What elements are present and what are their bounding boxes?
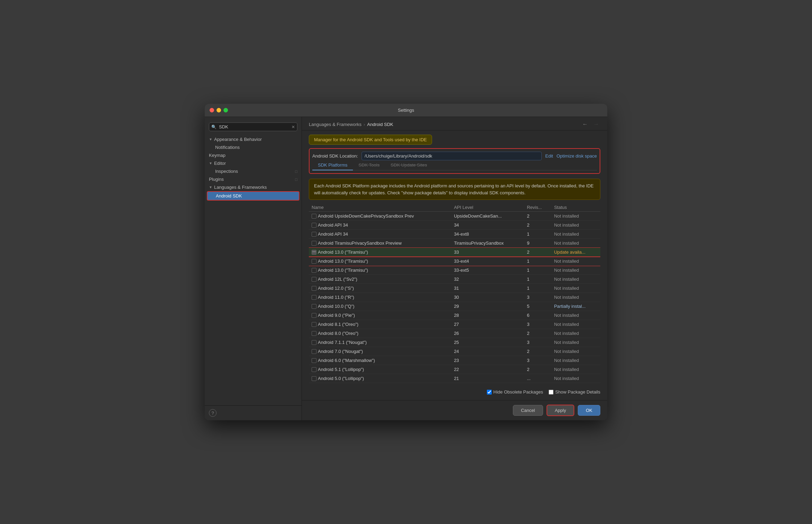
row-checkbox[interactable] bbox=[312, 259, 316, 264]
hide-obsolete-label: Hide Obsolete Packages bbox=[493, 389, 543, 395]
sidebar-item-plugins[interactable]: Plugins □ bbox=[205, 175, 302, 183]
row-revision: 3 bbox=[524, 356, 551, 365]
sdk-optimize-link[interactable]: Optimize disk space bbox=[557, 153, 597, 159]
row-checkbox[interactable] bbox=[312, 331, 316, 336]
row-checkbox[interactable] bbox=[312, 241, 316, 246]
sidebar-group-editor[interactable]: ▼ Editor bbox=[205, 159, 302, 167]
row-checkbox[interactable] bbox=[312, 367, 316, 372]
forward-button: → bbox=[592, 121, 600, 127]
close-button[interactable] bbox=[210, 108, 214, 112]
tab-sdk-tools[interactable]: SDK Tools bbox=[353, 160, 385, 170]
row-checkbox[interactable] bbox=[312, 277, 316, 282]
row-revision: 2 bbox=[524, 365, 551, 374]
row-revision: ... bbox=[524, 374, 551, 383]
main-body: Manager for the Android SDK and Tools us… bbox=[302, 130, 607, 400]
row-checkbox[interactable] bbox=[312, 304, 316, 309]
search-input[interactable] bbox=[209, 122, 297, 131]
row-name-text: Android 8.0 ("Oreo") bbox=[318, 331, 358, 336]
row-api-level: 32 bbox=[451, 275, 524, 284]
row-name-text: Android 7.1.1 ("Nougat") bbox=[318, 340, 367, 345]
row-api-level: 25 bbox=[451, 338, 524, 347]
sidebar-item-notifications[interactable]: Notifications bbox=[205, 143, 302, 151]
apply-button[interactable]: Apply bbox=[547, 405, 575, 416]
sidebar-group-frameworks[interactable]: ▼ Languages & Frameworks bbox=[205, 183, 302, 191]
row-checkbox[interactable] bbox=[312, 223, 316, 228]
sdk-location-label: Android SDK Location: bbox=[312, 153, 358, 159]
search-box: 🔍 ✕ bbox=[209, 122, 297, 131]
table-row: Android API 3434-ext81Not installed bbox=[309, 230, 600, 239]
help-button[interactable]: ? bbox=[209, 409, 217, 417]
hide-obsolete-checkbox[interactable]: Hide Obsolete Packages bbox=[487, 389, 543, 395]
tab-sdk-platforms[interactable]: SDK Platforms bbox=[312, 160, 353, 170]
main-panel: Languages & Frameworks › Android SDK ← →… bbox=[302, 117, 607, 420]
sidebar-bottom: ? bbox=[205, 405, 302, 420]
row-name-text: Android 8.1 ("Oreo") bbox=[318, 322, 358, 327]
row-api-level: 28 bbox=[451, 311, 524, 320]
row-checkbox[interactable] bbox=[312, 214, 316, 219]
table-row: Android 11.0 ("R")303Not installed bbox=[309, 293, 600, 302]
maximize-button[interactable] bbox=[223, 108, 228, 112]
show-details-checkbox[interactable]: Show Package Details bbox=[549, 389, 600, 395]
sidebar-item-keymap[interactable]: Keymap bbox=[205, 151, 302, 159]
breadcrumb-separator: › bbox=[364, 122, 365, 127]
sdk-location-input[interactable] bbox=[362, 152, 542, 160]
table-row: Android 7.0 ("Nougat")242Not installed bbox=[309, 347, 600, 356]
main-header: Languages & Frameworks › Android SDK ← → bbox=[302, 117, 607, 130]
show-details-input[interactable] bbox=[549, 390, 553, 395]
row-name-text: Android 12L ("Sv2") bbox=[318, 277, 357, 282]
row-status: Not installed bbox=[551, 266, 600, 275]
sidebar-item-inspections[interactable]: Inspections □ bbox=[205, 167, 302, 175]
window-title: Settings bbox=[398, 108, 414, 113]
row-api-level: 33-ext5 bbox=[451, 266, 524, 275]
row-api-level: 26 bbox=[451, 329, 524, 338]
show-details-label: Show Package Details bbox=[555, 389, 600, 395]
row-name-text: Android 10.0 ("Q") bbox=[318, 304, 354, 309]
row-checkbox[interactable] bbox=[312, 313, 316, 318]
row-checkbox[interactable] bbox=[312, 268, 316, 273]
row-checkbox[interactable] bbox=[312, 376, 316, 381]
row-checkbox[interactable] bbox=[312, 340, 316, 345]
row-name-text: Android 5.0 ("Lollipop") bbox=[318, 376, 364, 381]
table-row: Android 7.1.1 ("Nougat")253Not installed bbox=[309, 338, 600, 347]
search-clear-icon[interactable]: ✕ bbox=[291, 125, 295, 129]
hide-obsolete-input[interactable] bbox=[487, 390, 492, 395]
row-checkbox[interactable] bbox=[312, 286, 316, 291]
minimize-button[interactable] bbox=[217, 108, 221, 112]
ok-button[interactable]: OK bbox=[578, 405, 600, 416]
sdk-edit-link[interactable]: Edit bbox=[545, 153, 553, 159]
row-status: Not installed bbox=[551, 311, 600, 320]
row-api-level: 33-ext4 bbox=[451, 257, 524, 266]
table-row: Android 10.0 ("Q")295Partially instal... bbox=[309, 302, 600, 311]
row-name-text: Android API 34 bbox=[318, 231, 348, 237]
row-checkbox[interactable] bbox=[312, 358, 316, 363]
row-status: Not installed bbox=[551, 230, 600, 239]
cancel-button[interactable]: Cancel bbox=[513, 405, 543, 416]
row-checkbox[interactable] bbox=[312, 322, 316, 327]
row-checkbox[interactable] bbox=[312, 349, 316, 354]
row-name-text: Android 5.1 ("Lollipop") bbox=[318, 367, 364, 372]
row-checkbox[interactable] bbox=[312, 295, 316, 300]
row-api-level: UpsideDownCakeSan... bbox=[451, 212, 524, 221]
chevron-down-icon-editor: ▼ bbox=[209, 161, 212, 165]
back-button[interactable]: ← bbox=[581, 121, 589, 127]
row-status: Not installed bbox=[551, 239, 600, 248]
main-content: 🔍 ✕ ▼ Appearance & Behavior Notification… bbox=[205, 117, 607, 420]
plugin-icon: □ bbox=[295, 177, 297, 181]
row-status: Not installed bbox=[551, 320, 600, 329]
settings-window: Settings 🔍 ✕ ▼ Appearance & Behavior Not… bbox=[205, 104, 607, 420]
row-checkbox[interactable] bbox=[312, 232, 316, 237]
row-api-level: 34-ext8 bbox=[451, 230, 524, 239]
table-row: Android 13.0 ("Tiramisu")332Update avail… bbox=[309, 248, 600, 257]
chevron-down-icon: ▼ bbox=[209, 137, 212, 141]
table-row: Android UpsideDownCakePrivacySandbox Pre… bbox=[309, 212, 600, 221]
sidebar-group-appearance[interactable]: ▼ Appearance & Behavior bbox=[205, 135, 302, 143]
traffic-lights bbox=[210, 108, 228, 112]
row-status: Not installed bbox=[551, 212, 600, 221]
description-box: Each Android SDK Platform package includ… bbox=[309, 179, 600, 200]
table-row: Android 5.0 ("Lollipop")21...Not install… bbox=[309, 374, 600, 383]
table-row: Android API 34342Not installed bbox=[309, 221, 600, 230]
sidebar-item-android-sdk[interactable]: Android SDK bbox=[207, 191, 299, 201]
row-checkbox-partial[interactable] bbox=[312, 250, 316, 255]
table-row: Android 6.0 ("Marshmallow")233Not instal… bbox=[309, 356, 600, 365]
tab-sdk-update-sites[interactable]: SDK Update Sites bbox=[385, 160, 433, 170]
